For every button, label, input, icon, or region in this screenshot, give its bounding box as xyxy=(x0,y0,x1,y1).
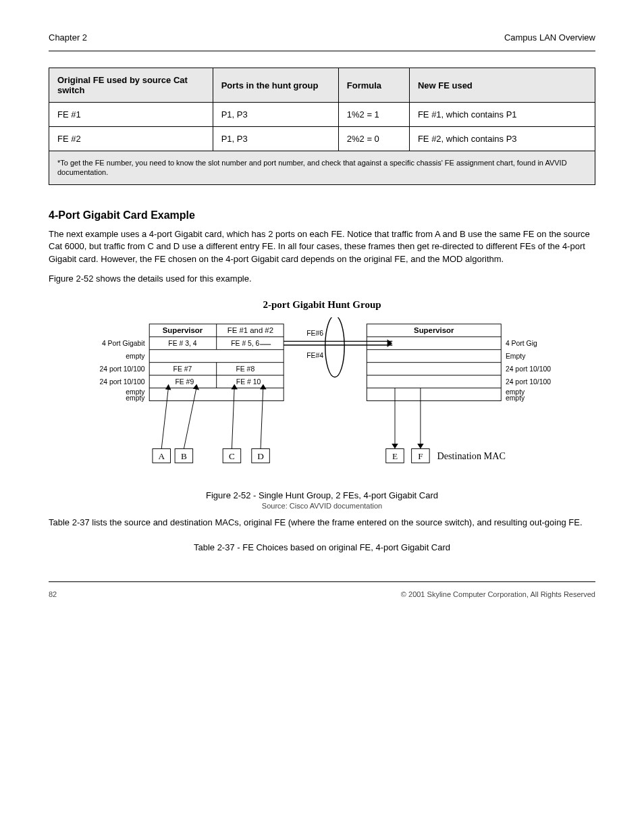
svg-marker-35 xyxy=(392,444,398,449)
body-paragraph: Table 2-37 lists the source and destinat… xyxy=(49,517,595,529)
cell-formula: 2%2 = 0 xyxy=(338,127,409,151)
row1-right: FE # 5, 6 xyxy=(231,340,259,347)
mac-e: E xyxy=(392,451,398,461)
th-new-fe: New FE used xyxy=(409,68,595,103)
cell-fe-new: FE #1, which contains P1 xyxy=(409,103,595,127)
mac-b: B xyxy=(181,451,187,461)
table-note: *To get the FE number, you need to know … xyxy=(49,151,595,185)
table2-caption: Table 2-37 - FE Choices based on origina… xyxy=(49,542,595,554)
th-formula: Formula xyxy=(338,68,409,103)
mac-c: C xyxy=(229,451,235,461)
right-header-supervisor: Supervisor xyxy=(414,326,454,334)
row4-left: FE #9 xyxy=(175,378,194,386)
figure-footnote: Source: Cisco AVVID documentation xyxy=(49,502,595,510)
page-number: 82 xyxy=(49,590,57,598)
th-source-fe: Original FE used by source Cat switch xyxy=(49,68,213,103)
left-header-supervisor: Supervisor xyxy=(163,326,203,334)
link-bot-label: FE#4 xyxy=(306,352,323,359)
header-rule xyxy=(49,51,595,51)
hunt-group-icon xyxy=(325,317,344,377)
right-slot-label: Empty xyxy=(506,353,526,360)
cell-fe-new: FE #2, which contains P3 xyxy=(409,127,595,151)
left-slot-label: empty xyxy=(126,353,145,360)
left-slot-label: empty xyxy=(126,394,145,402)
table-note-row: *To get the FE number, you need to know … xyxy=(49,151,595,185)
mac-source-group: A B C D xyxy=(153,449,269,463)
link-top-label: FE#6 xyxy=(306,330,323,337)
row1-left: FE # 3, 4 xyxy=(168,340,196,347)
section-title: 4-Port Gigabit Card Example xyxy=(49,209,595,221)
figure-svg: Supervisor FE #1 and #2 FE # 3, 4 FE # 5… xyxy=(79,317,565,484)
cell-fe-src: FE #2 xyxy=(49,127,213,151)
right-slot-label: 24 port 10/100 xyxy=(506,378,551,386)
header-right: Campus LAN Overview xyxy=(504,32,595,43)
cell-ports: P1, P3 xyxy=(213,103,338,127)
figure: 2-port Gigabit Hunt Group Supervisor FE … xyxy=(49,299,595,510)
dest-mac-label: Destination MAC xyxy=(437,450,506,461)
right-slot-label: empty xyxy=(506,394,525,402)
table-row: FE #2 P1, P3 2%2 = 0 FE #2, which contai… xyxy=(49,127,595,151)
left-slot-label: 24 port 10/100 xyxy=(99,365,144,373)
cell-fe-src: FE #1 xyxy=(49,103,213,127)
row4-right: FE # 10 xyxy=(236,378,261,386)
mac-f: F xyxy=(418,451,423,461)
left-slot-label: 24 port 10/100 xyxy=(99,378,144,386)
mac-a: A xyxy=(158,451,165,461)
row3-left: FE #7 xyxy=(173,365,192,373)
page-header: Chapter 2 Campus LAN Overview xyxy=(49,32,595,43)
body-paragraph: The next example uses a 4-port Gigabit c… xyxy=(49,228,595,267)
cell-ports: P1, P3 xyxy=(213,127,338,151)
figure-title: 2-port Gigabit Hunt Group xyxy=(49,299,595,311)
svg-marker-37 xyxy=(417,444,423,449)
left-slot-label: 4 Port Gigabit xyxy=(102,340,145,347)
right-slot-label: 24 port 10/100 xyxy=(506,365,551,373)
copyright: © 2001 Skyline Computer Corporation, All… xyxy=(401,590,595,598)
mac-dest-group: E F xyxy=(386,449,429,463)
fe-table: Original FE used by source Cat switch Po… xyxy=(49,68,595,185)
row3-right: FE #8 xyxy=(236,365,254,373)
cell-formula: 1%2 = 1 xyxy=(338,103,409,127)
table-header-row: Original FE used by source Cat switch Po… xyxy=(49,68,595,103)
header-left: Chapter 2 xyxy=(49,32,87,43)
page: Chapter 2 Campus LAN Overview Original F… xyxy=(0,0,644,615)
table-row: FE #1 P1, P3 1%2 = 1 FE #1, which contai… xyxy=(49,103,595,127)
footer: 82 © 2001 Skyline Computer Corporation, … xyxy=(49,588,595,598)
mac-d: D xyxy=(257,451,264,461)
right-slot-label: 4 Port Gig xyxy=(506,340,537,347)
footer-rule xyxy=(49,581,595,582)
figure-caption: Figure 2-52 - Single Hunt Group, 2 FEs, … xyxy=(49,490,595,500)
body-paragraph: Figure 2-52 shows the details used for t… xyxy=(49,273,595,286)
th-ports: Ports in the hunt group xyxy=(213,68,338,103)
left-header-fe12: FE #1 and #2 xyxy=(227,326,273,334)
